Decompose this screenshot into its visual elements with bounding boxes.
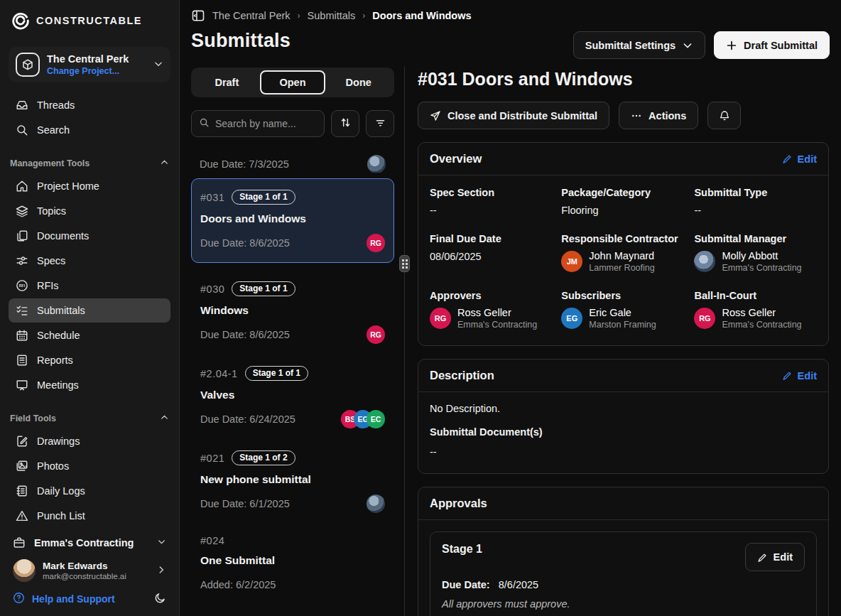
constructable-logo-icon [11,11,30,30]
list-item-204-1[interactable]: #2.04-1 Stage 1 of 1 Valves Due Date: 6/… [191,355,394,439]
sidebar-item-schedule[interactable]: Schedule [9,323,170,347]
stage-approval-rule: All approvers must approve. [442,598,805,610]
approvals-title: Approvals [430,497,487,510]
submittal-title: Windows [200,304,385,317]
list-item-030[interactable]: #030 Stage 1 of 1 Windows Due Date: 8/6/… [191,270,394,355]
section-management-tools[interactable]: Management Tools [9,153,170,173]
description-edit-button[interactable]: Edit [782,370,817,382]
project-switcher[interactable]: The Central Perk Change Project... [9,47,170,82]
list-item-031-selected[interactable]: #031 Stage 1 of 1 Doors and Windows Due … [191,178,394,263]
stage-due-label: Due Date: [442,579,490,590]
sidebar-item-topics[interactable]: Topics [9,199,170,223]
actions-button[interactable]: Actions [619,102,698,129]
list-item-020[interactable]: #020 All Stages Complete -- · - [191,605,394,616]
change-project-link[interactable]: Change Project... [47,66,129,76]
avatar [367,155,386,173]
stage-badge: Stage 1 of 1 [232,281,295,296]
draft-submittal-button[interactable]: Draft Submittal [714,31,830,59]
avatar [13,559,36,582]
breadcrumb-submittals[interactable]: Submittals [308,10,356,21]
overview-title: Overview [430,152,482,166]
sidebar-item-drawings[interactable]: Drawings [9,429,170,453]
submittal-list[interactable]: .- Due Date: 7/3/2025 #031 Stage 1 of 1 … [191,141,394,616]
sliders-icon [16,254,28,267]
user-profile[interactable]: Mark Edwards mark@constructable.ai [9,555,170,586]
sidebar-item-daily-logs[interactable]: Daily Logs [9,479,170,503]
search-icon [16,124,28,136]
breadcrumb-current: Doors and Windows [372,10,471,21]
submittal-settings-button[interactable]: Submittal Settings [573,31,705,59]
send-icon [430,110,441,121]
list-item-partial[interactable]: .- Due Date: 7/3/2025 [191,141,394,173]
sidebar-item-meetings[interactable]: Meetings [9,373,170,397]
calendar-icon [16,329,28,342]
avatar: JM [561,251,582,272]
notebook-icon [16,485,28,497]
field-submittal-type: Submittal Type -- [694,187,817,216]
sidebar-item-label: Punch List [37,510,85,522]
page-title: Submittals [191,30,291,52]
pencil-icon [782,370,793,381]
due-date: Due Date: 7/3/2025 [200,158,289,170]
sidebar-toggle-icon[interactable] [191,9,205,23]
sidebar-item-rfis[interactable]: RFI RFIs [9,274,170,298]
close-distribute-button[interactable]: Close and Distribute Submittal [418,102,609,129]
sidebar-item-label: Project Home [37,180,99,192]
submittal-detail-panel: #031 Doors and Windows Close and Distrib… [405,66,841,616]
sidebar-item-label: Threads [37,99,75,111]
inbox-icon [16,99,28,112]
close-distribute-label: Close and Distribute Submittal [447,110,597,121]
filter-button[interactable] [366,110,394,137]
list-item-021[interactable]: #021 Stage 1 of 2 New phone submittal Du… [191,439,394,524]
submittal-title: Doors and Windows [200,212,385,225]
briefcase-icon [13,536,26,549]
drawing-pencil-icon [16,435,28,448]
tab-open[interactable]: Open [260,70,326,94]
notifications-button[interactable] [707,102,741,129]
sidebar-item-documents[interactable]: Documents [9,224,170,248]
sort-button[interactable] [331,110,359,137]
due-date: Due Date: 6/1/2025 [200,498,290,509]
home-icon [16,180,28,193]
sidebar-item-punch-list[interactable]: Punch List [9,504,170,528]
sidebar-item-submittals[interactable]: Submittals [9,298,170,323]
avatar [694,251,715,272]
user-name: Mark Edwards [43,561,126,571]
image-icon [16,460,28,472]
field-submittal-manager: Submittal Manager Molly Abbott Emma's Co… [694,233,817,273]
app-root: CONSTRUCTABLE The Central Perk Change Pr… [0,0,841,616]
sidebar-item-project-home[interactable]: Project Home [9,174,170,198]
sidebar-item-reports[interactable]: Reports [9,348,170,372]
tab-done[interactable]: Done [325,70,391,94]
sidebar-item-specs[interactable]: Specs [9,249,170,273]
approvals-card: Approvals Stage 1 Edit [418,487,829,616]
section-field-tools[interactable]: Field Tools [9,409,170,428]
report-icon [16,354,28,367]
overview-edit-button[interactable]: Edit [782,153,817,165]
avatar: RG [367,325,385,344]
search-input[interactable] [215,118,317,129]
help-label: Help and Support [32,593,115,605]
splitter-drag-handle[interactable] [399,255,410,272]
stage-edit-button[interactable]: Edit [745,543,805,571]
user-email: mark@constructable.ai [43,572,126,580]
breadcrumb-project[interactable]: The Central Perk [212,10,291,21]
help-and-support[interactable]: Help and Support [9,586,170,609]
rfi-circle-icon: RFI [16,279,28,292]
sidebar-item-label: Topics [37,205,66,217]
chevron-right-icon [156,565,166,577]
dark-mode-moon-icon[interactable] [154,592,166,606]
ellipsis-icon [631,110,642,121]
avatar: RG [694,308,715,329]
plus-icon [726,40,737,51]
sidebar-item-search[interactable]: Search [9,118,170,142]
company-switcher[interactable]: Emma's Contracting [9,531,170,555]
list-item-024[interactable]: #024 One Submittal Added: 6/2/2025 [191,524,394,605]
avatar: EC [367,410,385,428]
sidebar-bottom: Emma's Contracting Mark Edwards mark@con… [9,531,170,609]
project-name: The Central Perk [47,53,129,65]
overview-card: Overview Edit Spec Section -- [418,142,829,346]
sidebar-item-threads[interactable]: Threads [9,93,170,117]
tab-draft[interactable]: Draft [194,70,260,94]
sidebar-item-photos[interactable]: Photos [9,454,170,478]
